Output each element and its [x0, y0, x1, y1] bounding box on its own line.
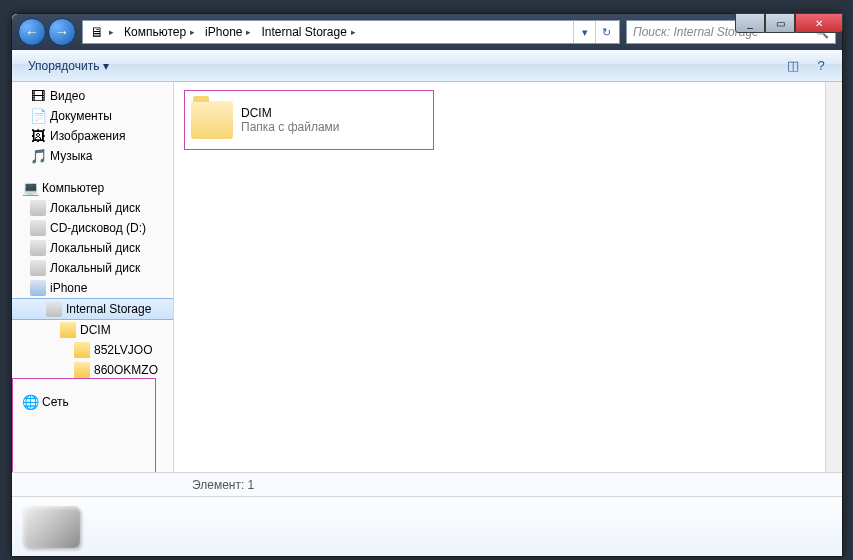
scrollbar-vertical[interactable] [825, 82, 842, 472]
minimize-button[interactable]: _ [735, 13, 765, 33]
sidebar-item-internal-storage[interactable]: Internal Storage [12, 298, 173, 320]
computer-icon: 💻 [22, 180, 38, 196]
maximize-button[interactable]: ▭ [765, 13, 795, 33]
chevron-right-icon: ▸ [244, 27, 253, 37]
folder-icon [191, 101, 233, 139]
sidebar-item-video[interactable]: 🎞Видео [12, 86, 173, 106]
close-button[interactable]: ✕ [795, 13, 843, 33]
folder-icon [74, 342, 90, 358]
network-icon: 🌐 [22, 394, 38, 410]
folder-name: DCIM [241, 106, 340, 120]
content-area[interactable]: DCIM Папка с файлами [174, 82, 825, 472]
sidebar-item-local-disk[interactable]: Локальный диск [12, 238, 173, 258]
video-icon: 🎞 [30, 88, 46, 104]
nav-row: ← → 🖥▸ Компьютер▸ iPhone▸ Internal Stora… [12, 14, 842, 50]
cd-icon [30, 220, 46, 236]
drive-icon [30, 240, 46, 256]
toolbar-right: ◫ ? [780, 54, 834, 78]
view-button[interactable]: ◫ [780, 54, 806, 78]
nav-buttons: ← → [18, 18, 76, 46]
sidebar-item-local-disk[interactable]: Локальный диск [12, 258, 173, 278]
sidebar-item-local-disk[interactable]: Локальный диск [12, 198, 173, 218]
address-bar[interactable]: 🖥▸ Компьютер▸ iPhone▸ Internal Storage▸ … [82, 20, 620, 44]
breadcrumb-iphone[interactable]: iPhone▸ [201, 25, 257, 39]
forward-button[interactable]: → [48, 18, 76, 46]
body-area: 🎞Видео 📄Документы 🖼Изображения 🎵Музыка 💻… [12, 82, 842, 472]
computer-icon: 🖥 [89, 24, 105, 40]
sidebar-item-dcim[interactable]: DCIM [12, 320, 173, 340]
sidebar-item-images[interactable]: 🖼Изображения [12, 126, 173, 146]
explorer-window: _ ▭ ✕ ← → 🖥▸ Компьютер▸ iPhone▸ Internal… [11, 13, 843, 557]
window-controls: _ ▭ ✕ [735, 13, 843, 33]
organize-button[interactable]: Упорядочить ▾ [20, 55, 117, 77]
help-button[interactable]: ? [808, 54, 834, 78]
sidebar-item-cd-drive[interactable]: CD-дисковод (D:) [12, 218, 173, 238]
sidebar-item-subfolder[interactable]: 852LVJOO [12, 340, 173, 360]
music-icon: 🎵 [30, 148, 46, 164]
chevron-right-icon: ▸ [349, 27, 358, 37]
refresh-button[interactable]: ↻ [595, 21, 617, 43]
drive-icon [30, 200, 46, 216]
sidebar-item-music[interactable]: 🎵Музыка [12, 146, 173, 166]
folder-icon [60, 322, 76, 338]
folder-item-dcim[interactable]: DCIM Папка с файлами [184, 90, 434, 150]
status-bar: Элемент: 1 [12, 472, 842, 496]
phone-icon [30, 280, 46, 296]
status-text: Элемент: 1 [192, 478, 254, 492]
details-pane [12, 496, 842, 556]
sidebar-item-network[interactable]: 🌐Сеть [12, 392, 173, 412]
folder-icon [74, 362, 90, 378]
drive-icon [30, 260, 46, 276]
address-bar-buttons: ▾ ↻ [573, 21, 617, 43]
sidebar: 🎞Видео 📄Документы 🖼Изображения 🎵Музыка 💻… [12, 82, 174, 472]
sidebar-item-iphone[interactable]: iPhone [12, 278, 173, 298]
folder-info: DCIM Папка с файлами [241, 106, 340, 134]
storage-icon [46, 301, 62, 317]
image-icon: 🖼 [30, 128, 46, 144]
document-icon: 📄 [30, 108, 46, 124]
chevron-down-icon: ▾ [103, 59, 109, 73]
back-button[interactable]: ← [18, 18, 46, 46]
breadcrumb-computer[interactable]: Компьютер▸ [120, 25, 201, 39]
drive-icon [22, 506, 80, 548]
address-dropdown-button[interactable]: ▾ [573, 21, 595, 43]
chevron-right-icon: ▸ [107, 27, 116, 37]
breadcrumb-internal-storage[interactable]: Internal Storage▸ [257, 25, 361, 39]
sidebar-item-subfolder[interactable]: 860OKMZO [12, 360, 173, 380]
toolbar: Упорядочить ▾ ◫ ? [12, 50, 842, 82]
breadcrumb-root[interactable]: 🖥▸ [85, 24, 120, 40]
sidebar-item-documents[interactable]: 📄Документы [12, 106, 173, 126]
sidebar-item-computer[interactable]: 💻Компьютер [12, 178, 173, 198]
folder-subtitle: Папка с файлами [241, 120, 340, 134]
chevron-right-icon: ▸ [188, 27, 197, 37]
